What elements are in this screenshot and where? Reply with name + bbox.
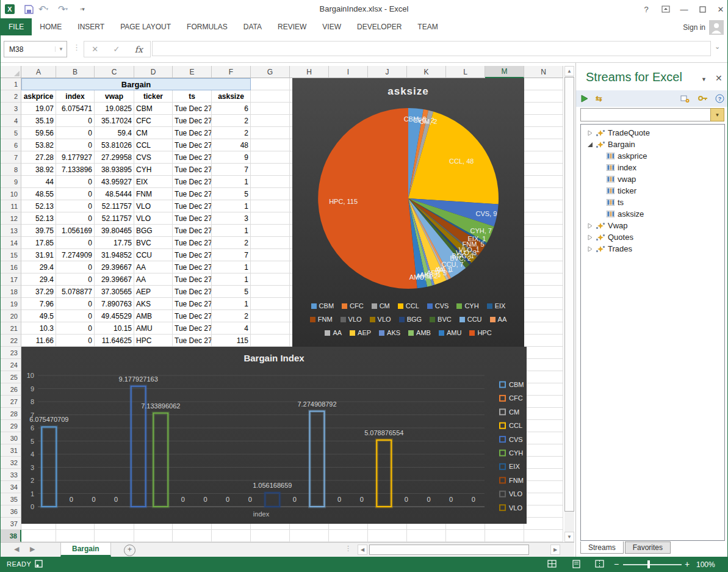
- cell[interactable]: Tue Dec 27: [173, 298, 212, 310]
- cell[interactable]: 39.80465: [95, 225, 134, 237]
- cancel-entry-icon[interactable]: ✕: [92, 45, 98, 54]
- cell[interactable]: Tue Dec 27: [173, 188, 212, 200]
- cell[interactable]: 0: [56, 127, 95, 139]
- tree-field-vwap[interactable]: vwap: [581, 173, 724, 185]
- cell[interactable]: 27.28: [21, 151, 56, 164]
- row-header-35[interactable]: 35: [1, 493, 21, 505]
- tree-field-askprice[interactable]: askprice: [581, 150, 724, 162]
- insert-function-icon[interactable]: fx: [135, 45, 143, 54]
- row-header-29[interactable]: 29: [1, 420, 21, 432]
- cell[interactable]: 52.11757: [95, 200, 134, 212]
- cell[interactable]: CVS: [134, 151, 173, 164]
- scroll-right-icon[interactable]: ▶: [550, 545, 560, 555]
- name-box[interactable]: M38 ▼: [4, 41, 67, 57]
- ribbon-tab-developer[interactable]: DEVELOPER: [349, 18, 409, 35]
- cell[interactable]: 38.93895: [95, 164, 134, 176]
- cell[interactable]: 0: [56, 139, 95, 151]
- cell[interactable]: Tue Dec 27: [173, 103, 212, 115]
- ribbon-tab-formulas[interactable]: FORMULAS: [179, 18, 236, 35]
- ribbon-display-options-icon[interactable]: [658, 4, 673, 15]
- cell[interactable]: HPC: [134, 335, 173, 347]
- cell[interactable]: Tue Dec 27: [173, 249, 212, 261]
- formula-bar-expand-icon[interactable]: ⌄: [715, 43, 720, 51]
- cell[interactable]: 5: [212, 188, 251, 200]
- row-header-28[interactable]: 28: [1, 408, 21, 420]
- column-header-K[interactable]: K: [407, 66, 446, 78]
- maximize-button[interactable]: [695, 4, 710, 15]
- row-header-5[interactable]: 5: [1, 127, 21, 139]
- help-button[interactable]: ?: [639, 4, 654, 15]
- scroll-up-icon[interactable]: ▲: [564, 66, 574, 76]
- cell[interactable]: 35.17024: [95, 115, 134, 127]
- cell[interactable]: 59.56: [21, 127, 56, 139]
- confirm-entry-icon[interactable]: ✓: [113, 45, 120, 54]
- cell[interactable]: 37.29: [21, 286, 56, 298]
- cell[interactable]: 31.94852: [95, 249, 134, 261]
- bar-chart[interactable]: Bargain Index 0123456789106.075470709000…: [21, 347, 527, 524]
- cell[interactable]: 44: [21, 176, 56, 188]
- cell[interactable]: Tue Dec 27: [173, 151, 212, 164]
- stream-search-input[interactable]: [580, 108, 711, 121]
- row-header-14[interactable]: 14: [1, 237, 21, 249]
- row-header-8[interactable]: 8: [1, 164, 21, 176]
- cell[interactable]: Tue Dec 27: [173, 200, 212, 212]
- row-header-36[interactable]: 36: [1, 505, 21, 518]
- cell[interactable]: 49.5: [21, 310, 56, 322]
- row-header-33[interactable]: 33: [1, 469, 21, 481]
- row-header-12[interactable]: 12: [1, 212, 21, 225]
- cell[interactable]: 37.30565: [95, 286, 134, 298]
- column-header-cell-vwap[interactable]: vwap: [95, 90, 134, 103]
- vertical-scroll-thumb[interactable]: [564, 77, 574, 512]
- zoom-slider-track[interactable]: [623, 564, 682, 565]
- tree-field-asksize[interactable]: asksize: [581, 208, 724, 220]
- cell[interactable]: Tue Dec 27: [173, 164, 212, 176]
- row-header-6[interactable]: 6: [1, 139, 21, 151]
- tree-item-tradequote[interactable]: TradeQuote: [581, 127, 724, 139]
- cell[interactable]: 11.64625: [95, 335, 134, 347]
- cell[interactable]: 43.95927: [95, 176, 134, 188]
- select-all-corner[interactable]: [1, 66, 21, 78]
- bar-BGG[interactable]: [265, 493, 279, 507]
- cell[interactable]: 29.39667: [95, 261, 134, 273]
- column-header-cell-ts[interactable]: ts: [173, 90, 212, 103]
- bar-AEP[interactable]: [377, 440, 391, 507]
- cell[interactable]: Tue Dec 27: [173, 261, 212, 273]
- formula-input[interactable]: [152, 41, 711, 56]
- pane-help-icon[interactable]: ?: [715, 94, 724, 103]
- cell[interactable]: 0: [56, 115, 95, 127]
- row-header-27[interactable]: 27: [1, 396, 21, 408]
- cell[interactable]: 48: [212, 139, 251, 151]
- row-header-4[interactable]: 4: [1, 115, 21, 127]
- cell[interactable]: 39.75: [21, 225, 56, 237]
- row-header-16[interactable]: 16: [1, 261, 21, 273]
- cell[interactable]: Tue Dec 27: [173, 237, 212, 249]
- row-header-23[interactable]: 23: [1, 347, 21, 359]
- play-icon[interactable]: [581, 95, 588, 103]
- ribbon-tab-insert[interactable]: INSERT: [70, 18, 112, 35]
- row-header-32[interactable]: 32: [1, 457, 21, 469]
- row-header-19[interactable]: 19: [1, 298, 21, 310]
- cell[interactable]: 53.81026: [95, 139, 134, 151]
- macro-record-icon[interactable]: [35, 560, 43, 568]
- cell[interactable]: 10.15: [95, 322, 134, 335]
- zoom-out-icon[interactable]: −: [614, 559, 619, 569]
- cell[interactable]: 0: [56, 237, 95, 249]
- ribbon-tab-file[interactable]: FILE: [1, 18, 32, 35]
- cell[interactable]: Tue Dec 27: [173, 322, 212, 335]
- column-header-cell-asksize[interactable]: asksize: [212, 90, 251, 103]
- cell[interactable]: 19.07: [21, 103, 56, 115]
- cell[interactable]: AEP: [134, 286, 173, 298]
- add-sheet-icon[interactable]: +: [124, 545, 135, 556]
- sheet-nav-right-icon[interactable]: ▶: [30, 545, 35, 553]
- column-header-L[interactable]: L: [446, 66, 485, 78]
- cell[interactable]: 5.078877: [56, 286, 95, 298]
- cell[interactable]: EIX: [134, 176, 173, 188]
- cell[interactable]: CCL: [134, 139, 173, 151]
- row-header-34[interactable]: 34: [1, 481, 21, 493]
- cell[interactable]: AA: [134, 273, 173, 286]
- vertical-scrollbar[interactable]: ▲ ▼: [564, 66, 574, 542]
- cell[interactable]: 0: [56, 176, 95, 188]
- row-header-15[interactable]: 15: [1, 249, 21, 261]
- column-header-D[interactable]: D: [134, 66, 173, 78]
- row-header-31[interactable]: 31: [1, 444, 21, 457]
